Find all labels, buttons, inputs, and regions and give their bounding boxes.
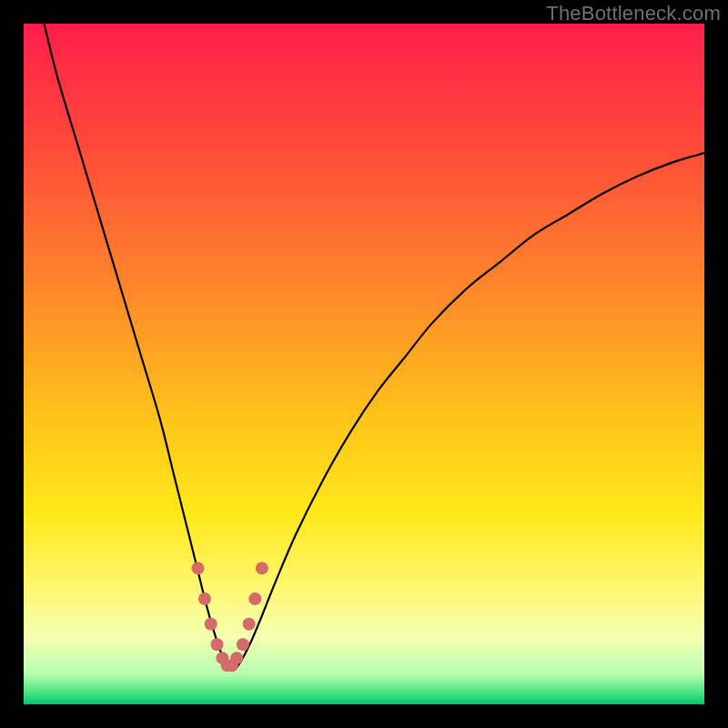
trough-dot	[248, 592, 261, 605]
trough-dot	[210, 638, 223, 651]
trough-dot	[256, 561, 268, 574]
chart-frame	[24, 24, 704, 704]
chart-background	[24, 24, 704, 704]
trough-dot	[243, 618, 256, 631]
trough-dot	[191, 561, 204, 574]
trough-dot	[237, 638, 249, 651]
trough-dot	[205, 618, 217, 631]
watermark-text: TheBottleneck.com	[546, 2, 721, 25]
bottleneck-chart	[24, 24, 704, 704]
trough-dot	[230, 652, 243, 664]
trough-dot	[198, 592, 211, 605]
